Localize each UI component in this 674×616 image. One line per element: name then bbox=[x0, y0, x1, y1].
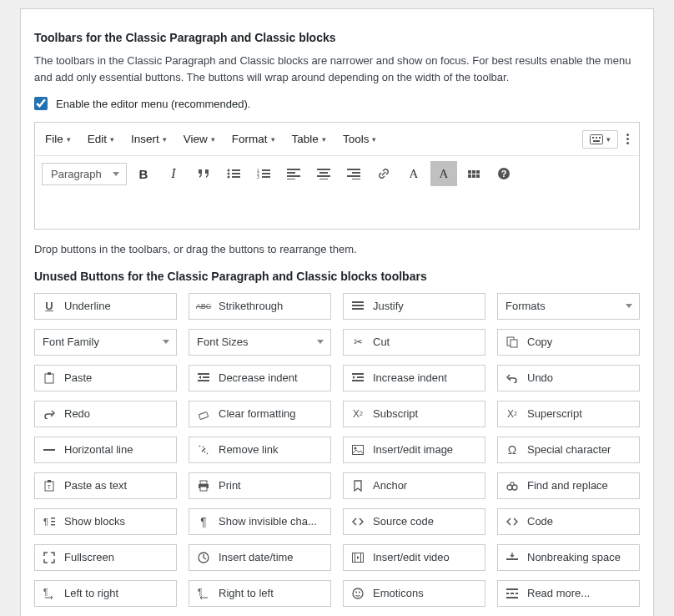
unused-clear-formatting[interactable]: Clear formatting bbox=[189, 401, 331, 427]
unused-video[interactable]: Insert/edit video bbox=[343, 544, 485, 571]
help-button[interactable]: ? bbox=[490, 161, 517, 186]
unused-source-code[interactable]: Source code bbox=[343, 508, 485, 535]
unused-underline[interactable]: UUnderline bbox=[34, 293, 177, 320]
unused-font-family[interactable]: Font Family bbox=[34, 329, 177, 356]
unused-horizontal-line[interactable]: Horizontal line bbox=[34, 437, 177, 463]
unused-nbsp[interactable]: Nonbreaking space bbox=[497, 544, 640, 571]
unused-rtl[interactable]: ¶Right to left bbox=[189, 580, 331, 607]
menu-table-label: Table bbox=[292, 133, 319, 145]
table-button[interactable] bbox=[460, 161, 487, 186]
unused-formats[interactable]: Formats bbox=[497, 293, 640, 320]
svg-text:¶: ¶ bbox=[43, 517, 48, 527]
unused-show-blocks[interactable]: ¶Show blocks bbox=[34, 508, 177, 535]
svg-rect-8 bbox=[232, 173, 240, 174]
paragraph-select[interactable]: Paragraph bbox=[42, 163, 127, 185]
menu-format[interactable]: Format▾ bbox=[229, 128, 279, 150]
svg-rect-72 bbox=[511, 593, 514, 594]
link-icon bbox=[377, 167, 390, 180]
unused-find-replace[interactable]: Find and replace bbox=[497, 472, 640, 499]
svg-rect-73 bbox=[516, 593, 518, 594]
bullet-list-button[interactable] bbox=[220, 161, 247, 186]
svg-rect-58 bbox=[51, 521, 55, 523]
unused-special-character[interactable]: ΩSpecial character bbox=[497, 437, 640, 463]
blockquote-button[interactable] bbox=[190, 161, 217, 186]
enable-menu-checkbox[interactable] bbox=[34, 97, 48, 110]
smile-icon bbox=[351, 587, 365, 600]
unused-cut[interactable]: ✂Cut bbox=[343, 329, 485, 356]
rtl-icon: ¶ bbox=[197, 587, 210, 600]
svg-rect-49 bbox=[48, 480, 51, 482]
numbered-list-icon: 123 bbox=[257, 168, 270, 179]
align-right-icon bbox=[347, 168, 360, 179]
align-right-button[interactable] bbox=[340, 161, 367, 186]
unused-paste[interactable]: Paste bbox=[34, 365, 177, 391]
redo-icon bbox=[43, 407, 56, 421]
unused-increase-indent[interactable]: Increase indent bbox=[343, 365, 485, 391]
unused-print[interactable]: Print bbox=[189, 472, 331, 499]
svg-rect-22 bbox=[319, 172, 328, 174]
highlight-button[interactable]: A bbox=[430, 161, 457, 186]
svg-rect-3 bbox=[599, 137, 601, 139]
italic-button[interactable]: I bbox=[160, 161, 187, 186]
unused-font-sizes[interactable]: Font Sizes bbox=[189, 329, 331, 356]
keyboard-button[interactable]: ▾ bbox=[582, 130, 618, 149]
svg-text:3: 3 bbox=[257, 174, 259, 179]
svg-point-67 bbox=[353, 588, 363, 598]
svg-rect-37 bbox=[48, 372, 51, 375]
menu-file[interactable]: File▾ bbox=[42, 128, 74, 150]
menu-table[interactable]: Table▾ bbox=[289, 128, 329, 150]
unused-anchor[interactable]: Anchor bbox=[343, 472, 485, 499]
svg-rect-38 bbox=[198, 373, 209, 375]
svg-point-69 bbox=[359, 591, 360, 593]
svg-rect-16 bbox=[262, 176, 270, 178]
chevron-down-icon: ▾ bbox=[606, 135, 611, 144]
unused-code[interactable]: Code bbox=[497, 508, 640, 535]
svg-rect-71 bbox=[506, 593, 509, 594]
svg-rect-19 bbox=[287, 175, 300, 177]
menu-view[interactable]: View▾ bbox=[180, 128, 219, 150]
unused-read-more[interactable]: Read more... bbox=[497, 580, 640, 607]
more-options-button[interactable] bbox=[623, 130, 632, 148]
svg-rect-33 bbox=[352, 308, 364, 310]
underline-icon: U bbox=[43, 300, 56, 313]
menu-edit[interactable]: Edit▾ bbox=[84, 128, 118, 150]
blocks-icon: ¶ bbox=[43, 515, 56, 528]
paragraph-select-label: Paragraph bbox=[51, 168, 102, 180]
unused-superscript[interactable]: X2Superscript bbox=[497, 401, 640, 427]
unused-remove-link[interactable]: Remove link bbox=[189, 437, 331, 463]
unused-copy[interactable]: Copy bbox=[497, 329, 640, 356]
unused-justify[interactable]: Justify bbox=[343, 293, 485, 320]
numbered-list-button[interactable]: 123 bbox=[250, 161, 277, 186]
unused-fullscreen[interactable]: Fullscreen bbox=[34, 544, 177, 571]
unused-redo[interactable]: Redo bbox=[34, 401, 177, 427]
svg-rect-1 bbox=[592, 137, 594, 139]
unused-decrease-indent[interactable]: Decrease indent bbox=[189, 365, 331, 391]
unused-insert-image[interactable]: Insert/edit image bbox=[343, 437, 485, 463]
menu-insert[interactable]: Insert▾ bbox=[128, 128, 170, 150]
editor-body[interactable] bbox=[35, 191, 639, 229]
text-color-button[interactable]: A bbox=[400, 161, 427, 186]
svg-rect-59 bbox=[51, 524, 55, 526]
unused-undo[interactable]: Undo bbox=[497, 365, 640, 391]
justify-icon bbox=[351, 300, 365, 313]
align-center-button[interactable] bbox=[310, 161, 337, 186]
unused-emoticons[interactable]: Emoticons bbox=[343, 580, 485, 607]
bold-button[interactable]: B bbox=[130, 161, 157, 186]
svg-point-55 bbox=[512, 485, 517, 490]
unused-ltr[interactable]: ¶Left to right bbox=[34, 580, 177, 607]
unused-subscript[interactable]: X2Subscript bbox=[343, 401, 485, 427]
svg-rect-74 bbox=[506, 597, 518, 598]
svg-rect-21 bbox=[317, 169, 330, 170]
unused-show-invisible[interactable]: ¶Show invisible cha... bbox=[189, 508, 331, 535]
ltr-icon: ¶ bbox=[43, 587, 56, 600]
link-button[interactable] bbox=[370, 161, 397, 186]
unused-strikethrough[interactable]: ABCStrikethrough bbox=[189, 293, 331, 320]
unused-datetime[interactable]: Insert date/time bbox=[189, 544, 331, 571]
align-left-button[interactable] bbox=[280, 161, 307, 186]
menu-tools[interactable]: Tools▾ bbox=[340, 128, 380, 150]
unused-paste-text[interactable]: TPaste as text bbox=[34, 472, 177, 499]
bullet-list-icon bbox=[227, 168, 240, 179]
svg-text:¶: ¶ bbox=[198, 588, 202, 597]
svg-rect-42 bbox=[357, 376, 364, 378]
table-icon bbox=[468, 170, 480, 178]
